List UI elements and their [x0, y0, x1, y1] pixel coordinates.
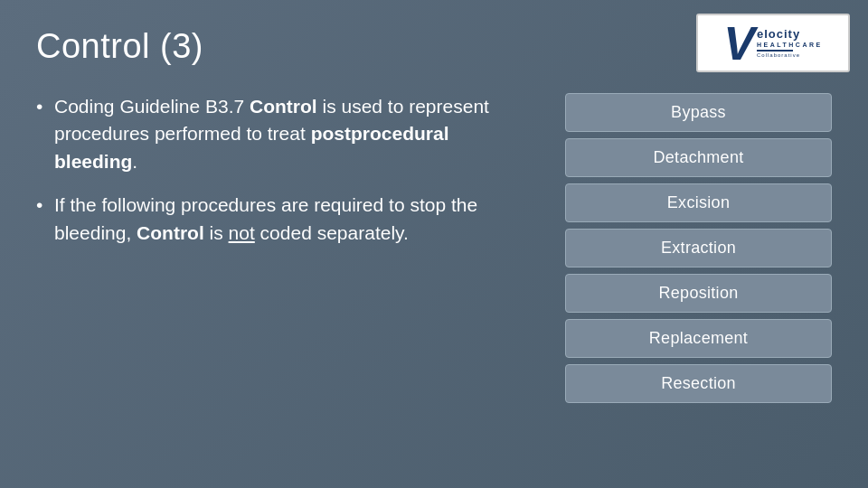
- logo-collaborative: Collaborative: [757, 52, 823, 58]
- logo-box: V elocity HEALTHCARE Collaborative: [696, 14, 850, 72]
- procedure-excision: Excision: [565, 183, 832, 222]
- bullet-list: Coding Guideline B3.7 Control is used to…: [36, 93, 529, 247]
- bold-control-2: Control: [137, 222, 204, 243]
- right-panel: Bypass Detachment Excision Extraction Re…: [565, 93, 832, 403]
- procedure-detachment: Detachment: [565, 138, 832, 177]
- logo-v: V: [723, 20, 755, 67]
- bold-control-1: Control: [250, 96, 317, 117]
- logo-text-right: elocity HEALTHCARE Collaborative: [757, 28, 823, 57]
- bold-bleeding: postprocedural bleeding: [54, 123, 449, 171]
- logo-healthcare: HEALTHCARE: [757, 42, 823, 49]
- bullet-item-2: If the following procedures are required…: [36, 192, 529, 247]
- left-panel: Coding Guideline B3.7 Control is used to…: [36, 93, 538, 263]
- procedure-reposition: Reposition: [565, 274, 832, 313]
- logo-elocity: elocity: [757, 28, 800, 41]
- procedure-resection: Resection: [565, 364, 832, 403]
- procedure-extraction: Extraction: [565, 229, 832, 267]
- procedure-bypass: Bypass: [565, 93, 832, 132]
- main-content: Coding Guideline B3.7 Control is used to…: [36, 93, 832, 403]
- slide: V elocity HEALTHCARE Collaborative Contr…: [0, 0, 868, 488]
- procedure-replacement: Replacement: [565, 319, 832, 358]
- bullet-item-1: Coding Guideline B3.7 Control is used to…: [36, 93, 529, 175]
- logo: V elocity HEALTHCARE Collaborative: [696, 14, 850, 72]
- underline-not: not: [229, 222, 255, 243]
